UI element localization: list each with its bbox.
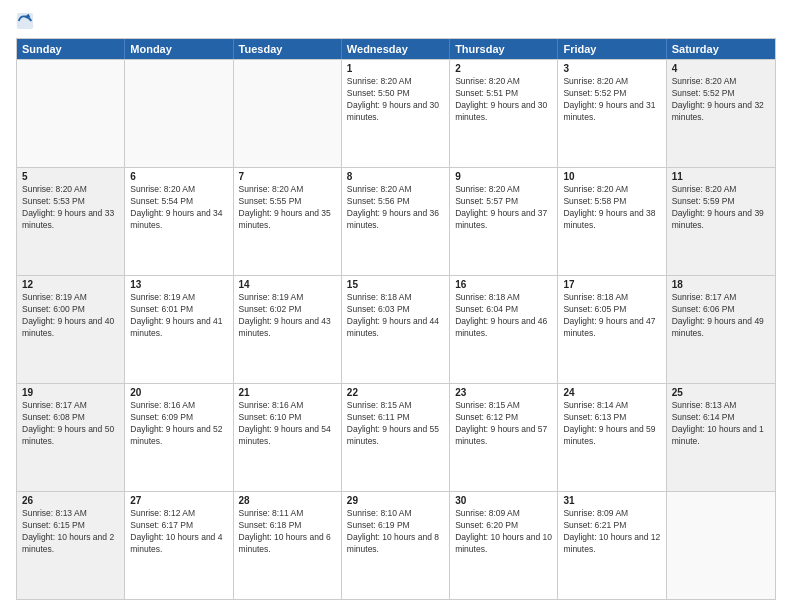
weekday-header-sunday: Sunday bbox=[17, 39, 125, 59]
day-number: 17 bbox=[563, 279, 660, 290]
day-number: 13 bbox=[130, 279, 227, 290]
day-number: 18 bbox=[672, 279, 770, 290]
cell-text: Sunrise: 8:20 AMSunset: 5:52 PMDaylight:… bbox=[563, 76, 660, 124]
calendar-header: SundayMondayTuesdayWednesdayThursdayFrid… bbox=[17, 39, 775, 59]
day-number: 24 bbox=[563, 387, 660, 398]
empty-cell bbox=[125, 60, 233, 167]
day-number: 15 bbox=[347, 279, 444, 290]
calendar-row-2: 5Sunrise: 8:20 AMSunset: 5:53 PMDaylight… bbox=[17, 167, 775, 275]
day-cell-30: 30Sunrise: 8:09 AMSunset: 6:20 PMDayligh… bbox=[450, 492, 558, 599]
day-cell-10: 10Sunrise: 8:20 AMSunset: 5:58 PMDayligh… bbox=[558, 168, 666, 275]
cell-text: Sunrise: 8:13 AMSunset: 6:14 PMDaylight:… bbox=[672, 400, 770, 448]
day-number: 19 bbox=[22, 387, 119, 398]
day-cell-25: 25Sunrise: 8:13 AMSunset: 6:14 PMDayligh… bbox=[667, 384, 775, 491]
day-number: 12 bbox=[22, 279, 119, 290]
day-cell-5: 5Sunrise: 8:20 AMSunset: 5:53 PMDaylight… bbox=[17, 168, 125, 275]
day-cell-11: 11Sunrise: 8:20 AMSunset: 5:59 PMDayligh… bbox=[667, 168, 775, 275]
cell-text: Sunrise: 8:20 AMSunset: 5:52 PMDaylight:… bbox=[672, 76, 770, 124]
cell-text: Sunrise: 8:20 AMSunset: 5:56 PMDaylight:… bbox=[347, 184, 444, 232]
weekday-header-tuesday: Tuesday bbox=[234, 39, 342, 59]
day-number: 21 bbox=[239, 387, 336, 398]
cell-text: Sunrise: 8:18 AMSunset: 6:03 PMDaylight:… bbox=[347, 292, 444, 340]
cell-text: Sunrise: 8:19 AMSunset: 6:00 PMDaylight:… bbox=[22, 292, 119, 340]
empty-cell bbox=[17, 60, 125, 167]
day-cell-27: 27Sunrise: 8:12 AMSunset: 6:17 PMDayligh… bbox=[125, 492, 233, 599]
cell-text: Sunrise: 8:12 AMSunset: 6:17 PMDaylight:… bbox=[130, 508, 227, 556]
day-number: 1 bbox=[347, 63, 444, 74]
cell-text: Sunrise: 8:20 AMSunset: 5:54 PMDaylight:… bbox=[130, 184, 227, 232]
calendar-row-4: 19Sunrise: 8:17 AMSunset: 6:08 PMDayligh… bbox=[17, 383, 775, 491]
cell-text: Sunrise: 8:15 AMSunset: 6:12 PMDaylight:… bbox=[455, 400, 552, 448]
cell-text: Sunrise: 8:18 AMSunset: 6:04 PMDaylight:… bbox=[455, 292, 552, 340]
logo bbox=[16, 12, 36, 30]
cell-text: Sunrise: 8:16 AMSunset: 6:09 PMDaylight:… bbox=[130, 400, 227, 448]
day-cell-15: 15Sunrise: 8:18 AMSunset: 6:03 PMDayligh… bbox=[342, 276, 450, 383]
day-cell-12: 12Sunrise: 8:19 AMSunset: 6:00 PMDayligh… bbox=[17, 276, 125, 383]
day-number: 6 bbox=[130, 171, 227, 182]
day-number: 3 bbox=[563, 63, 660, 74]
weekday-header-friday: Friday bbox=[558, 39, 666, 59]
calendar-row-5: 26Sunrise: 8:13 AMSunset: 6:15 PMDayligh… bbox=[17, 491, 775, 599]
day-number: 14 bbox=[239, 279, 336, 290]
day-cell-17: 17Sunrise: 8:18 AMSunset: 6:05 PMDayligh… bbox=[558, 276, 666, 383]
header bbox=[16, 12, 776, 30]
day-cell-2: 2Sunrise: 8:20 AMSunset: 5:51 PMDaylight… bbox=[450, 60, 558, 167]
cell-text: Sunrise: 8:20 AMSunset: 5:51 PMDaylight:… bbox=[455, 76, 552, 124]
cell-text: Sunrise: 8:18 AMSunset: 6:05 PMDaylight:… bbox=[563, 292, 660, 340]
weekday-header-thursday: Thursday bbox=[450, 39, 558, 59]
calendar-body: 1Sunrise: 8:20 AMSunset: 5:50 PMDaylight… bbox=[17, 59, 775, 599]
empty-cell bbox=[234, 60, 342, 167]
day-number: 26 bbox=[22, 495, 119, 506]
day-cell-28: 28Sunrise: 8:11 AMSunset: 6:18 PMDayligh… bbox=[234, 492, 342, 599]
day-number: 28 bbox=[239, 495, 336, 506]
logo-icon bbox=[16, 12, 34, 30]
cell-text: Sunrise: 8:15 AMSunset: 6:11 PMDaylight:… bbox=[347, 400, 444, 448]
day-cell-24: 24Sunrise: 8:14 AMSunset: 6:13 PMDayligh… bbox=[558, 384, 666, 491]
cell-text: Sunrise: 8:11 AMSunset: 6:18 PMDaylight:… bbox=[239, 508, 336, 556]
day-cell-16: 16Sunrise: 8:18 AMSunset: 6:04 PMDayligh… bbox=[450, 276, 558, 383]
cell-text: Sunrise: 8:20 AMSunset: 5:57 PMDaylight:… bbox=[455, 184, 552, 232]
day-cell-21: 21Sunrise: 8:16 AMSunset: 6:10 PMDayligh… bbox=[234, 384, 342, 491]
page: SundayMondayTuesdayWednesdayThursdayFrid… bbox=[0, 0, 792, 612]
day-cell-4: 4Sunrise: 8:20 AMSunset: 5:52 PMDaylight… bbox=[667, 60, 775, 167]
cell-text: Sunrise: 8:14 AMSunset: 6:13 PMDaylight:… bbox=[563, 400, 660, 448]
cell-text: Sunrise: 8:09 AMSunset: 6:20 PMDaylight:… bbox=[455, 508, 552, 556]
day-number: 16 bbox=[455, 279, 552, 290]
day-number: 8 bbox=[347, 171, 444, 182]
day-number: 30 bbox=[455, 495, 552, 506]
day-cell-13: 13Sunrise: 8:19 AMSunset: 6:01 PMDayligh… bbox=[125, 276, 233, 383]
day-cell-19: 19Sunrise: 8:17 AMSunset: 6:08 PMDayligh… bbox=[17, 384, 125, 491]
day-number: 25 bbox=[672, 387, 770, 398]
cell-text: Sunrise: 8:20 AMSunset: 5:59 PMDaylight:… bbox=[672, 184, 770, 232]
day-cell-18: 18Sunrise: 8:17 AMSunset: 6:06 PMDayligh… bbox=[667, 276, 775, 383]
cell-text: Sunrise: 8:20 AMSunset: 5:58 PMDaylight:… bbox=[563, 184, 660, 232]
day-number: 2 bbox=[455, 63, 552, 74]
day-cell-31: 31Sunrise: 8:09 AMSunset: 6:21 PMDayligh… bbox=[558, 492, 666, 599]
day-number: 20 bbox=[130, 387, 227, 398]
day-number: 11 bbox=[672, 171, 770, 182]
day-number: 22 bbox=[347, 387, 444, 398]
cell-text: Sunrise: 8:10 AMSunset: 6:19 PMDaylight:… bbox=[347, 508, 444, 556]
day-number: 27 bbox=[130, 495, 227, 506]
day-number: 9 bbox=[455, 171, 552, 182]
weekday-header-wednesday: Wednesday bbox=[342, 39, 450, 59]
day-cell-3: 3Sunrise: 8:20 AMSunset: 5:52 PMDaylight… bbox=[558, 60, 666, 167]
day-cell-29: 29Sunrise: 8:10 AMSunset: 6:19 PMDayligh… bbox=[342, 492, 450, 599]
cell-text: Sunrise: 8:09 AMSunset: 6:21 PMDaylight:… bbox=[563, 508, 660, 556]
day-cell-20: 20Sunrise: 8:16 AMSunset: 6:09 PMDayligh… bbox=[125, 384, 233, 491]
calendar-row-1: 1Sunrise: 8:20 AMSunset: 5:50 PMDaylight… bbox=[17, 59, 775, 167]
day-number: 29 bbox=[347, 495, 444, 506]
day-cell-1: 1Sunrise: 8:20 AMSunset: 5:50 PMDaylight… bbox=[342, 60, 450, 167]
weekday-header-monday: Monday bbox=[125, 39, 233, 59]
day-number: 31 bbox=[563, 495, 660, 506]
cell-text: Sunrise: 8:17 AMSunset: 6:06 PMDaylight:… bbox=[672, 292, 770, 340]
cell-text: Sunrise: 8:19 AMSunset: 6:01 PMDaylight:… bbox=[130, 292, 227, 340]
cell-text: Sunrise: 8:20 AMSunset: 5:50 PMDaylight:… bbox=[347, 76, 444, 124]
cell-text: Sunrise: 8:20 AMSunset: 5:53 PMDaylight:… bbox=[22, 184, 119, 232]
day-cell-7: 7Sunrise: 8:20 AMSunset: 5:55 PMDaylight… bbox=[234, 168, 342, 275]
day-cell-9: 9Sunrise: 8:20 AMSunset: 5:57 PMDaylight… bbox=[450, 168, 558, 275]
day-cell-14: 14Sunrise: 8:19 AMSunset: 6:02 PMDayligh… bbox=[234, 276, 342, 383]
day-cell-8: 8Sunrise: 8:20 AMSunset: 5:56 PMDaylight… bbox=[342, 168, 450, 275]
day-cell-6: 6Sunrise: 8:20 AMSunset: 5:54 PMDaylight… bbox=[125, 168, 233, 275]
calendar: SundayMondayTuesdayWednesdayThursdayFrid… bbox=[16, 38, 776, 600]
